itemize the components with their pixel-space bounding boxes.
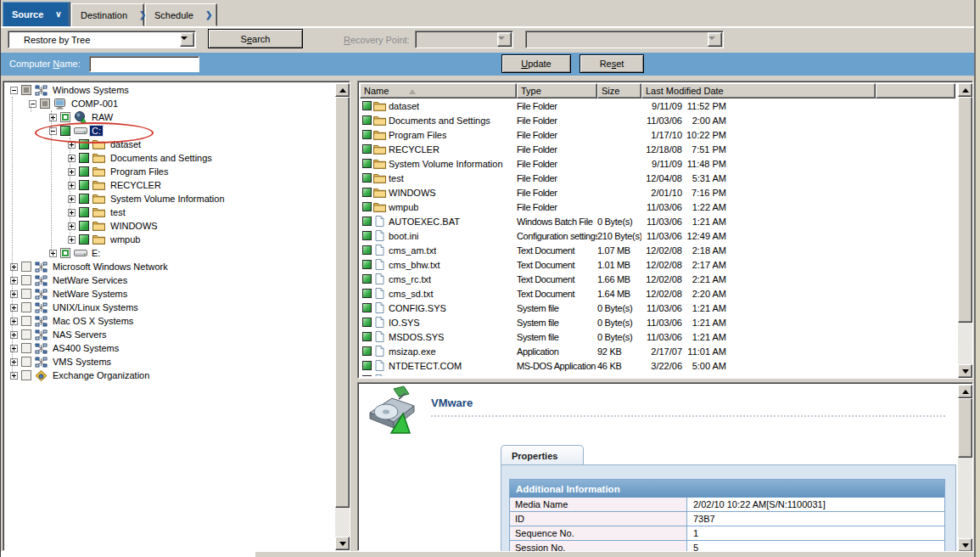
search-button[interactable]: Search: [208, 29, 303, 48]
column-header-size[interactable]: Size: [597, 83, 641, 98]
tab-source[interactable]: Source ∨: [3, 2, 70, 26]
file-row-cms-sd-txt[interactable]: cms_sd.txtText Document1.64 MB12/02/082:…: [360, 286, 955, 301]
tree-item-c[interactable]: C:: [5, 124, 333, 138]
tree-checkbox[interactable]: [21, 357, 31, 367]
column-header-name[interactable]: Name: [360, 83, 517, 98]
tree-checkbox[interactable]: [21, 289, 31, 299]
restore-mode-dropdown-button[interactable]: [180, 32, 194, 47]
tree-expand-toggle[interactable]: [10, 87, 18, 94]
restore-mode-combobox[interactable]: Restore by Tree: [8, 31, 196, 48]
tree-checkbox[interactable]: [79, 139, 89, 149]
tree-checkbox[interactable]: [21, 302, 31, 312]
tree-item-raw[interactable]: RAW: [5, 110, 333, 124]
tree-checkbox[interactable]: [21, 262, 31, 272]
tab-schedule[interactable]: Schedule ❯: [145, 3, 217, 26]
tree-checkbox[interactable]: [40, 98, 50, 109]
file-row-msdos-sys[interactable]: MSDOS.SYSSystem file0 Byte(s)11/03/061:2…: [360, 329, 955, 344]
tree-item-e[interactable]: E:: [5, 246, 333, 260]
tree-checkbox[interactable]: [79, 234, 89, 245]
file-checkbox[interactable]: [362, 289, 372, 298]
scroll-down-button[interactable]: [958, 364, 972, 378]
file-row-program-files[interactable]: Program FilesFile Folder1/17/1010:22 PM: [360, 127, 955, 142]
file-checkbox[interactable]: [362, 101, 372, 110]
tree-item-netware-services[interactable]: NetWare Services: [5, 273, 333, 287]
file-checkbox[interactable]: [362, 318, 372, 327]
file-checkbox[interactable]: [362, 231, 372, 240]
tree-item-windows[interactable]: WINDOWS: [5, 219, 333, 233]
file-row-cms-bhw-txt[interactable]: cms_bhw.txtText Document1.01 MB12/02/082…: [360, 257, 955, 272]
file-checkbox[interactable]: [362, 260, 372, 269]
file-checkbox[interactable]: [362, 188, 372, 197]
tree-checkbox[interactable]: [60, 126, 70, 136]
file-row-config-sys[interactable]: CONFIG.SYSSystem file0 Byte(s)11/03/061:…: [360, 301, 955, 315]
tree-item-unix-linux-systems[interactable]: UNIX/Linux Systems: [5, 301, 333, 314]
file-checkbox[interactable]: [362, 245, 372, 255]
tree-checkbox[interactable]: [79, 153, 89, 163]
tree-item-test[interactable]: test: [5, 205, 333, 219]
file-row-ntdetect-com[interactable]: NTDETECT.COMMS-DOS Application46 KB3/22/…: [360, 358, 955, 373]
reset-button[interactable]: Reset: [580, 54, 644, 73]
scrollbar-thumb[interactable]: [335, 97, 350, 508]
file-checkbox[interactable]: [362, 375, 372, 376]
file-checkbox[interactable]: [362, 202, 372, 211]
file-checkbox[interactable]: [362, 217, 372, 226]
file-row-autoexec-bat[interactable]: AUTOEXEC.BATWindows Batch File0 Byte(s)1…: [360, 214, 955, 228]
file-checkbox[interactable]: [362, 361, 372, 370]
file-row-documents-and-settings[interactable]: Documents and SettingsFile Folder11/03/0…: [360, 113, 955, 127]
tree-checkbox[interactable]: [79, 221, 89, 231]
scroll-up-button[interactable]: [958, 83, 972, 97]
tree-item-vms-systems[interactable]: VMS Systems: [5, 355, 333, 369]
tree-item-comp-001[interactable]: COMP-001: [5, 97, 333, 110]
tree-item-as400-systems[interactable]: AS400 Systems: [5, 341, 333, 355]
scroll-down-button[interactable]: [335, 537, 350, 550]
file-row-msizap-exe[interactable]: msizap.exeApplication92 KB2/17/0711:01 A…: [360, 344, 955, 358]
tree-checkbox[interactable]: [21, 343, 31, 353]
tree-checkbox[interactable]: [79, 207, 89, 217]
tab-destination[interactable]: Destination ❯: [71, 3, 144, 26]
tree-item-microsoft-windows-network[interactable]: Microsoft Windows Network: [5, 260, 333, 273]
file-row-dataset[interactable]: datasetFile Folder9/11/0911:52 PM: [360, 98, 955, 113]
tree-checkbox[interactable]: [21, 370, 31, 380]
file-row-cms-am-txt[interactable]: cms_am.txtText Document1.07 MB12/02/082:…: [360, 243, 955, 257]
tree-checkbox[interactable]: [21, 316, 31, 326]
column-header-type[interactable]: Type: [517, 83, 597, 98]
tree-checkbox[interactable]: [60, 248, 70, 258]
tree-item-documents-and-settings[interactable]: Documents and Settings: [5, 151, 333, 165]
file-checkbox[interactable]: [362, 159, 372, 168]
tree-item-mac-os-x-systems[interactable]: Mac OS X Systems: [5, 314, 333, 328]
file-checkbox[interactable]: [362, 173, 372, 183]
file-checkbox[interactable]: [362, 332, 372, 341]
update-button[interactable]: Update: [501, 54, 571, 73]
tree-item-netware-systems[interactable]: NetWare Systems: [5, 287, 333, 301]
tree-checkbox[interactable]: [79, 180, 89, 190]
scroll-up-button[interactable]: [335, 83, 350, 97]
tree-checkbox[interactable]: [60, 112, 70, 122]
file-checkbox[interactable]: [362, 130, 372, 139]
file-row-wmpub[interactable]: wmpubFile Folder11/03/061:22 AM: [360, 200, 955, 214]
tree-checkbox[interactable]: [21, 329, 31, 340]
tree-vertical-scrollbar[interactable]: [335, 83, 350, 550]
file-checkbox[interactable]: [362, 346, 372, 356]
details-vertical-scrollbar[interactable]: [958, 385, 972, 552]
tree-item-system-volume-information[interactable]: System Volume Information: [5, 192, 333, 205]
file-row-cms-rc-txt[interactable]: cms_rc.txtText Document1.66 MB12/02/082:…: [360, 272, 955, 286]
tree-checkbox[interactable]: [79, 194, 89, 204]
scroll-down-button[interactable]: [958, 538, 972, 552]
tree-checkbox[interactable]: [21, 85, 31, 95]
file-checkbox[interactable]: [362, 274, 372, 284]
tree-item-exchange-organization[interactable]: Exchange Organization: [5, 369, 333, 382]
tree-item-program-files[interactable]: Program Files: [5, 165, 333, 178]
tree-item-wmpub[interactable]: wmpub: [5, 233, 333, 246]
tree-item-nas-servers[interactable]: NAS Servers: [5, 328, 333, 341]
tree-item-recycler[interactable]: RECYCLER: [5, 178, 333, 192]
file-row-ntldr[interactable]: ntldrFILE293 KB11/01/072:53 AM: [360, 373, 955, 376]
scrollbar-thumb[interactable]: [958, 398, 972, 458]
file-checkbox[interactable]: [362, 115, 372, 125]
scrollbar-thumb[interactable]: [958, 97, 972, 323]
tree-checkbox[interactable]: [21, 275, 31, 285]
computer-name-input[interactable]: [89, 56, 199, 72]
tree-checkbox[interactable]: [79, 166, 89, 177]
file-list-vertical-scrollbar[interactable]: [958, 83, 972, 378]
file-row-recycler[interactable]: RECYCLERFile Folder12/18/087:51 PM: [360, 142, 955, 156]
file-row-boot-ini[interactable]: boot.iniConfiguration settings210 Byte(s…: [360, 228, 955, 243]
